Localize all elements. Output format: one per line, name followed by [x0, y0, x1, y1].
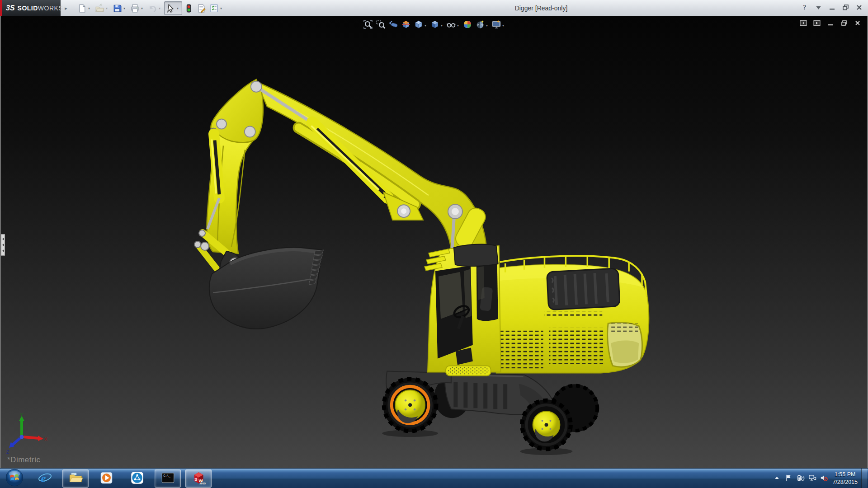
taskbar-windows-explorer[interactable]: [62, 469, 89, 488]
options-icon: [209, 4, 219, 13]
hu-scene-icon: [475, 19, 485, 31]
side-window: [476, 263, 498, 321]
minimize-button[interactable]: [826, 2, 837, 14]
cab[interactable]: [425, 244, 501, 372]
walkway: [446, 366, 491, 375]
new-document-button[interactable]: ▾: [76, 1, 93, 15]
print-button[interactable]: ▾: [129, 1, 146, 15]
undo-button-dropdown[interactable]: ▾: [159, 6, 160, 10]
rear-left-wheel[interactable]: [521, 399, 572, 450]
vp-pane-left-icon: [800, 19, 807, 28]
vent-strip: [544, 312, 602, 318]
caret-icon: [815, 4, 822, 13]
previous-view-button[interactable]: [387, 19, 400, 32]
taskbar-command-prompt[interactable]: C:\_: [155, 469, 181, 488]
model-canvas[interactable]: [1, 16, 867, 468]
apply-scene-button[interactable]: ▾: [474, 19, 490, 32]
undo-button[interactable]: ▾: [146, 1, 164, 15]
win-min-icon: [828, 4, 836, 13]
excavator-model[interactable]: [194, 80, 649, 455]
taskbar-internet-explorer[interactable]: e: [32, 469, 58, 488]
action-center-icon[interactable]: [783, 472, 794, 485]
view-settings-button-dropdown[interactable]: ▾: [502, 23, 504, 28]
app-ie-icon: e: [38, 470, 52, 487]
volume-muted-icon[interactable]: [818, 472, 830, 485]
front-left-wheel[interactable]: [383, 378, 437, 432]
network-icon[interactable]: [806, 472, 818, 485]
tray-vol-icon: [820, 474, 828, 484]
hide-show-items-button[interactable]: ▾: [445, 19, 461, 32]
z-axis-label: Z: [6, 450, 9, 455]
section-view-button[interactable]: [400, 19, 412, 32]
rebuild-button[interactable]: [183, 1, 195, 15]
options-button-dropdown[interactable]: ▾: [220, 6, 222, 10]
save-button[interactable]: ▾: [111, 1, 128, 15]
file-properties-button[interactable]: [195, 1, 208, 15]
apply-scene-button-dropdown[interactable]: ▾: [486, 23, 488, 28]
power-icon[interactable]: [794, 472, 806, 485]
edit-appearance-button[interactable]: [461, 19, 474, 32]
viewport-close-button[interactable]: [853, 19, 863, 28]
taskbar-solidworks-2015[interactable]: SW2015: [185, 469, 212, 488]
hu-display-icon: [430, 19, 440, 31]
orientation-triad: Y X Z: [5, 412, 50, 455]
view-orientation-button[interactable]: ▾: [412, 19, 429, 32]
system-tray: 1:55 PM 7/28/2015: [771, 469, 867, 488]
viewport-restore-button[interactable]: [839, 19, 849, 28]
start-orb-icon: [5, 468, 24, 488]
x-axis-label: X: [44, 436, 48, 442]
windows-taskbar: eC:\_SW2015 1:55 PM 7/28/2015: [0, 468, 868, 488]
show-hidden-icons-button[interactable]: [771, 472, 783, 485]
show-desktop-button[interactable]: [861, 469, 867, 488]
clock-time: 1:55 PM: [832, 471, 858, 479]
tray-power-icon: [796, 474, 805, 484]
view-settings-button[interactable]: ▾: [490, 19, 506, 32]
restore-button[interactable]: [840, 2, 851, 14]
feature-panel-collapsed-tab[interactable]: [1, 234, 5, 256]
boom-root-pin: [448, 204, 462, 219]
close-button[interactable]: [854, 2, 864, 14]
help-button[interactable]: ?: [799, 2, 810, 14]
app-sw-icon: SW2015: [191, 470, 206, 487]
pane-left-button[interactable]: [798, 19, 808, 28]
title-bar: 3S SOLIDWORKS ▸ ▾▾▾▾▾▾▾ Digger [Read-onl…: [0, 0, 868, 16]
help-dropdown[interactable]: [813, 2, 824, 14]
hu-appearance-icon: [462, 19, 472, 31]
display-style-button[interactable]: ▾: [429, 19, 445, 32]
engine-hatch: [547, 268, 620, 310]
undo-icon: [148, 4, 157, 13]
cab-roof: [454, 244, 498, 267]
select-tool-button-dropdown[interactable]: ▾: [177, 6, 179, 10]
save-button-dropdown[interactable]: ▾: [123, 6, 125, 10]
hu-zoom-area-icon: [376, 19, 386, 31]
solidworks-logo: 3S SOLIDWORKS: [2, 0, 61, 16]
display-style-button-dropdown[interactable]: ▾: [441, 23, 443, 28]
rear-window: [608, 323, 642, 367]
taskbar-media-player[interactable]: [93, 469, 119, 488]
standard-toolbar: ▾▾▾▾▾▾▾: [76, 0, 226, 16]
new-doc-icon: [77, 4, 87, 13]
properties-icon: [197, 4, 206, 13]
viewport-minimize-button[interactable]: [826, 19, 835, 28]
hide-show-items-button-dropdown[interactable]: ▾: [457, 23, 459, 28]
view-orientation-button-dropdown[interactable]: ▾: [425, 23, 426, 28]
new-document-button-dropdown[interactable]: ▾: [88, 6, 90, 10]
pane-right-button[interactable]: [812, 19, 822, 28]
select-tool-button[interactable]: ▾: [164, 1, 182, 15]
upper-body-deck[interactable]: [492, 256, 649, 373]
svg-text:S: S: [194, 477, 198, 482]
zoom-to-area-button[interactable]: [374, 19, 387, 32]
print-button-dropdown[interactable]: ▾: [141, 6, 143, 10]
vp-min-icon: [827, 19, 834, 28]
graphics-viewport[interactable]: ▾▾▾▾▾ Y X Z *Dimetric: [0, 16, 868, 468]
open-button[interactable]: ▾: [94, 1, 111, 15]
taskbar-network-app[interactable]: [124, 469, 150, 488]
taskbar-clock[interactable]: 1:55 PM 7/28/2015: [832, 471, 858, 486]
app-composer-icon: [130, 470, 145, 487]
open-button-dropdown[interactable]: ▾: [106, 6, 108, 10]
options-button[interactable]: ▾: [208, 1, 225, 15]
zoom-to-fit-button[interactable]: [362, 19, 374, 32]
menu-flyout-arrow[interactable]: ▸: [62, 0, 70, 16]
start-button[interactable]: [4, 469, 25, 488]
win-close-icon: [855, 4, 863, 13]
